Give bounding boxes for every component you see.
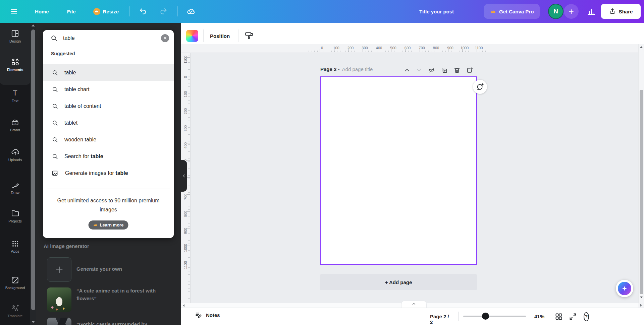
help-button[interactable]: ? (582, 312, 591, 321)
ruler-label: 1100 (183, 261, 187, 269)
delete-page-button[interactable] (453, 67, 461, 74)
hide-page-button[interactable] (428, 67, 435, 74)
cloud-save-status-button[interactable] (184, 7, 197, 16)
generate-your-own-label[interactable]: Generate your own (76, 265, 174, 273)
bar-chart-icon (586, 6, 596, 16)
scroll-down-arrow[interactable] (640, 297, 643, 298)
file-menu-item[interactable]: File (65, 8, 78, 15)
page-indicator[interactable]: Page 2 / 2 (428, 313, 455, 325)
generate-image-sparkle-icon (52, 170, 59, 177)
learn-more-button[interactable]: Learn more (89, 220, 128, 230)
scrollbar-thumb[interactable] (640, 90, 643, 294)
resize-menu-item[interactable]: Resize (91, 8, 121, 15)
clear-search-button[interactable] (161, 34, 169, 42)
ruler-minor-ticks (188, 56, 190, 300)
collapse-statusbar-notch[interactable] (401, 301, 427, 308)
scroll-left-arrow[interactable] (183, 304, 184, 307)
scroll-up-arrow[interactable] (640, 46, 643, 48)
suggestion-table-chart[interactable]: table chart (43, 81, 174, 98)
move-page-up-button[interactable] (404, 67, 410, 73)
canva-editor: Home File Resize Title your post (0, 0, 644, 325)
panel-collapse-tab[interactable] (181, 160, 187, 192)
ai-prompt-thumbnail-cat[interactable] (47, 287, 71, 312)
suggestion-table-of-content[interactable]: table of content (43, 98, 174, 115)
page-title-placeholder[interactable]: Add page title (342, 66, 373, 72)
notes-button[interactable]: Notes (193, 311, 222, 319)
sidebar-item-design[interactable]: Design (0, 29, 30, 44)
scrollbar-thumb[interactable] (31, 29, 35, 310)
sidebar-item-elements[interactable]: Elements (0, 57, 30, 72)
apps-grid-icon (11, 240, 19, 248)
avatar[interactable]: N (548, 4, 564, 19)
premium-promo-text: Get unlimited access to 90 million premi… (55, 196, 162, 214)
ai-prompt-label[interactable]: “Gothic castle surrounded by (76, 320, 174, 325)
share-button[interactable]: Share (601, 4, 641, 19)
ai-image-generator-heading: AI image generator (44, 243, 89, 249)
scroll-down-arrow[interactable] (32, 321, 35, 323)
grid-view-icon (555, 313, 563, 321)
sidebar-item-draw[interactable]: Draw (0, 180, 30, 195)
search-for-term-row[interactable]: Search for table (43, 148, 174, 165)
grid-view-button[interactable] (554, 312, 564, 321)
search-icon (52, 86, 58, 93)
ruler-label: 0 (183, 76, 187, 78)
get-canva-pro-button[interactable]: Get Canva Pro (484, 4, 540, 19)
assistant-sparkle-icon (618, 282, 631, 295)
sidebar-item-brand[interactable]: co. Brand (0, 118, 30, 132)
sidebar-item-background[interactable]: Background (0, 275, 30, 290)
insights-button[interactable] (584, 6, 598, 17)
undo-button[interactable] (137, 7, 149, 16)
chevron-up-icon (404, 67, 410, 73)
zoom-level[interactable]: 41% (530, 313, 549, 320)
chevron-left-icon (182, 174, 186, 178)
scroll-right-arrow[interactable] (640, 304, 642, 307)
add-comment-button[interactable] (473, 80, 487, 94)
generate-images-row[interactable]: Generate images for table (43, 165, 174, 182)
scroll-up-arrow[interactable] (32, 24, 35, 26)
topbar-divider (177, 6, 178, 16)
position-button[interactable]: Position (207, 30, 232, 42)
sidebar-item-translate[interactable]: Translate (0, 304, 30, 318)
ruler-label: 1100 (475, 46, 483, 50)
design-icon (11, 29, 19, 38)
document-title[interactable]: Title your post (419, 0, 454, 23)
redo-button[interactable] (157, 7, 169, 16)
cloud-upload-icon (11, 147, 20, 156)
trash-icon (453, 67, 461, 74)
sidebar-item-text[interactable]: T Text (0, 88, 30, 103)
question-mark-icon: ? (584, 312, 589, 321)
generate-your-own-tile[interactable] (47, 257, 71, 282)
suggested-heading: Suggested (51, 51, 75, 56)
add-page-button[interactable]: + Add page (320, 274, 477, 290)
zoom-slider-track[interactable] (463, 316, 526, 317)
suggestion-wooden-table[interactable]: wooden table (43, 131, 174, 148)
hamburger-menu-button[interactable] (8, 7, 20, 16)
duplicate-page-button[interactable] (441, 67, 448, 74)
ai-prompt-label[interactable]: “A cute anime cat in a forest with flowe… (76, 287, 174, 302)
background-color-swatch[interactable] (186, 30, 198, 42)
ai-prompt-thumbnail-castle[interactable] (47, 318, 71, 325)
sidebar-item-apps[interactable]: Apps (0, 239, 30, 254)
sidebar-item-uploads[interactable]: Uploads (0, 147, 30, 162)
fullscreen-button[interactable] (568, 312, 578, 321)
canvas-vertical-scrollbar[interactable] (638, 44, 644, 303)
home-menu-item[interactable]: Home (33, 8, 51, 15)
add-page-icon-button[interactable] (466, 67, 473, 74)
design-page[interactable] (320, 76, 477, 265)
zoom-slider-thumb[interactable] (482, 313, 489, 320)
suggestion-tablet[interactable]: tablet (43, 115, 174, 131)
sidebar-rail: Design Elements T Text co. Br (0, 23, 30, 325)
crown-icon (93, 223, 98, 227)
paint-roller-button[interactable] (242, 30, 256, 42)
sidebar-item-projects[interactable]: Projects (0, 208, 30, 223)
crown-icon (93, 8, 100, 15)
canva-assistant-button[interactable] (616, 280, 633, 297)
pen-draw-icon (11, 181, 19, 189)
suggestion-table[interactable]: table (43, 64, 174, 81)
search-input[interactable] (62, 35, 161, 42)
move-page-down-button[interactable] (416, 67, 422, 73)
panel-scrollbar[interactable] (30, 23, 36, 325)
invite-plus-button[interactable]: + (564, 4, 579, 19)
undo-icon (139, 7, 147, 15)
translate-icon (11, 304, 19, 313)
